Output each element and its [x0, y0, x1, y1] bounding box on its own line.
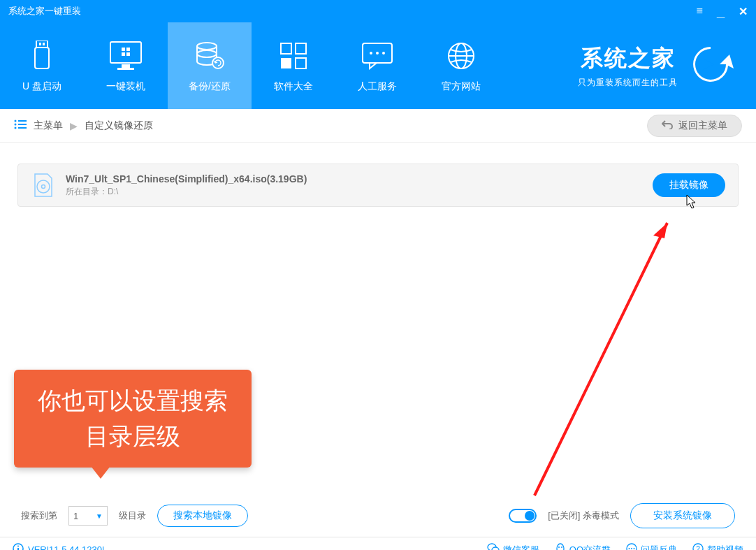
- chevron-down-icon: ▼: [96, 512, 103, 520]
- nav-item-reinstall[interactable]: 一键装机: [84, 22, 168, 109]
- globe-icon: [446, 38, 476, 73]
- footer-link-label: 微信客服: [503, 544, 539, 551]
- undo-icon: [662, 120, 673, 131]
- svg-marker-34: [653, 223, 667, 238]
- svg-line-33: [535, 223, 667, 495]
- svg-rect-0: [36, 41, 48, 48]
- brand-title: 系统之家: [581, 43, 676, 74]
- svg-rect-6: [117, 68, 134, 70]
- close-icon[interactable]: ✕: [739, 5, 748, 18]
- svg-point-31: [37, 180, 50, 193]
- svg-rect-16: [281, 58, 291, 68]
- svg-point-39: [492, 547, 499, 550]
- apps-icon: [279, 38, 307, 73]
- chevron-right-icon: ▶: [70, 120, 78, 131]
- footer-link-label: QQ交流群: [569, 544, 611, 551]
- footer-link-feedback[interactable]: 问题反典: [626, 543, 677, 550]
- nav-label: 备份/还原: [189, 80, 231, 93]
- search-local-button[interactable]: 搜索本地镀像: [157, 505, 248, 527]
- brand-subtitle: 只为重装系统而生的工具: [578, 77, 678, 89]
- svg-rect-5: [122, 64, 130, 68]
- version-text: VER|11.5.44.1230|: [28, 544, 104, 550]
- nav-item-support[interactable]: 人工服务: [335, 22, 419, 109]
- svg-point-11: [197, 43, 217, 50]
- svg-point-13: [212, 57, 224, 68]
- svg-point-12: [197, 50, 217, 57]
- footer: VER|11.5.44.1230| 微信客服 QQ交流群 问题反典 ? 帮助视频: [0, 537, 756, 550]
- list-icon: [14, 120, 27, 131]
- footer-link-label: 问题反典: [641, 544, 677, 551]
- database-icon: [194, 38, 225, 73]
- footer-link-qq[interactable]: QQ交流群: [555, 543, 611, 550]
- callout-text: 你也可以设置搜索目录层级: [35, 383, 231, 454]
- minimize-icon[interactable]: _: [717, 8, 725, 14]
- monitor-icon: [109, 38, 143, 73]
- svg-point-41: [558, 547, 560, 548]
- help-icon: ?: [692, 543, 704, 550]
- svg-rect-14: [281, 43, 291, 54]
- svg-rect-17: [296, 58, 306, 68]
- footer-link-wechat[interactable]: 微信客服: [487, 543, 539, 550]
- menu-icon[interactable]: ≡: [697, 5, 703, 17]
- nav-item-usb[interactable]: U 盘启动: [0, 22, 84, 109]
- title-bar: 系统之家一键重装 ≡ _ ✕: [0, 0, 756, 22]
- svg-rect-4: [110, 42, 141, 63]
- iso-card[interactable]: Win7_Ult_SP1_Chinese(Simplified)_x64.iso…: [17, 164, 739, 207]
- svg-point-46: [634, 548, 635, 549]
- svg-rect-1: [35, 48, 49, 68]
- breadcrumb-current: 自定义镜像还原: [85, 120, 153, 132]
- window-controls: ≡ _ ✕: [697, 5, 748, 18]
- version-info[interactable]: VER|11.5.44.1230|: [13, 543, 487, 550]
- svg-rect-28: [18, 124, 27, 125]
- content-area: Win7_Ult_SP1_Chinese(Simplified)_x64.iso…: [0, 143, 756, 495]
- svg-point-45: [631, 548, 632, 549]
- toggle-knob: [525, 511, 535, 521]
- svg-rect-9: [122, 52, 125, 56]
- iso-filename: Win7_Ult_SP1_Chinese(Simplified)_x64.iso…: [66, 173, 643, 184]
- svg-point-19: [370, 52, 372, 55]
- search-suffix-label: 级目录: [119, 509, 146, 522]
- level-select[interactable]: 1 ▼: [68, 506, 108, 526]
- virus-mode-toggle[interactable]: [509, 509, 537, 523]
- svg-point-27: [15, 124, 17, 126]
- breadcrumb: 主菜单 ▶ 自定义镜像还原: [14, 120, 647, 132]
- svg-rect-15: [296, 43, 306, 54]
- info-icon: [13, 543, 24, 550]
- back-button-label: 返回主菜单: [678, 120, 727, 132]
- nav-item-software[interactable]: 软件大全: [252, 22, 335, 109]
- svg-point-25: [15, 120, 17, 122]
- nav-item-website[interactable]: 官方网站: [419, 22, 503, 109]
- breadcrumb-bar: 主菜单 ▶ 自定义镜像还原 返回主菜单: [0, 109, 756, 143]
- nav-label: U 盘启动: [22, 80, 61, 93]
- svg-rect-3: [43, 43, 45, 45]
- svg-point-44: [629, 548, 630, 549]
- bottom-bar: 搜索到第 1 ▼ 级目录 搜索本地镀像 [已关闭] 杀毒模式 安装系统镀像: [0, 495, 756, 537]
- mount-image-button[interactable]: 挂载镜像: [653, 173, 725, 197]
- virus-mode-label: [已关闭] 杀毒模式: [548, 509, 619, 522]
- back-main-button[interactable]: 返回主菜单: [647, 115, 742, 137]
- nav-item-backup[interactable]: 备份/还原: [168, 22, 252, 109]
- chat-icon: [361, 38, 393, 73]
- breadcrumb-main[interactable]: 主菜单: [34, 120, 63, 132]
- wechat-icon: [487, 543, 500, 550]
- usb-icon: [31, 38, 53, 73]
- svg-point-20: [376, 52, 379, 55]
- svg-point-29: [15, 127, 17, 129]
- install-system-button[interactable]: 安装系统镀像: [630, 503, 735, 528]
- nav-bar: U 盘启动 一键装机 备份/还原 软件大全 人工服务 官方网站 系统之家 只为: [0, 22, 756, 109]
- level-value: 1: [73, 511, 78, 521]
- disc-icon: [31, 173, 56, 198]
- callout-tooltip: 你也可以设置搜索目录层级: [14, 370, 252, 468]
- nav-label: 人工服务: [358, 80, 397, 93]
- iso-path: 所在目录：D:\: [66, 186, 643, 198]
- footer-link-label: 帮助视频: [707, 544, 743, 551]
- qq-icon: [555, 543, 566, 550]
- svg-rect-10: [126, 52, 130, 56]
- svg-point-40: [557, 544, 564, 550]
- svg-rect-26: [18, 120, 27, 122]
- nav-label: 软件大全: [274, 80, 313, 93]
- footer-link-help[interactable]: ? 帮助视频: [692, 543, 743, 550]
- search-prefix-label: 搜索到第: [21, 509, 57, 522]
- window-title: 系统之家一键重装: [8, 5, 697, 17]
- footer-links: 微信客服 QQ交流群 问题反典 ? 帮助视频: [487, 543, 743, 550]
